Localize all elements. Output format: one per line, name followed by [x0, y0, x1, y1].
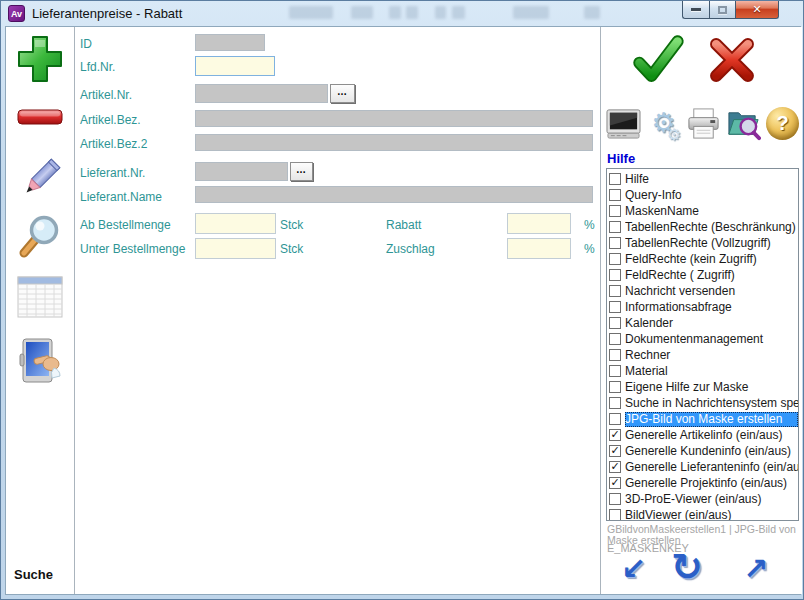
- checkbox[interactable]: ✓: [609, 445, 621, 457]
- lieferantname-field[interactable]: [195, 186, 593, 203]
- help-list-item-label[interactable]: Nachricht versenden: [625, 284, 798, 299]
- help-list-item[interactable]: ✓Generelle Projektinfo (ein/aus): [607, 475, 798, 491]
- table-view-button[interactable]: [16, 274, 64, 320]
- help-list-item-label[interactable]: Eigene Hilfe zur Maske: [625, 380, 798, 395]
- artikelbez2-field[interactable]: [195, 134, 593, 151]
- help-list-item-label[interactable]: Generelle Projektinfo (ein/aus): [625, 476, 798, 491]
- checkbox[interactable]: [609, 189, 621, 201]
- id-field[interactable]: [195, 34, 265, 51]
- artikelnr-browse-button[interactable]: …: [330, 84, 355, 103]
- add-button[interactable]: [16, 33, 64, 87]
- checkbox[interactable]: [609, 397, 621, 409]
- help-list-item-label[interactable]: Hilfe: [625, 172, 798, 187]
- help-list-item[interactable]: Dokumentenmanagement: [607, 331, 798, 347]
- help-list-item[interactable]: FeldRechte ( Zugriff): [607, 267, 798, 283]
- checkbox[interactable]: [609, 349, 621, 361]
- help-list-item-label[interactable]: FeldRechte ( Zugriff): [625, 268, 798, 283]
- ab-bestellmenge-field[interactable]: [195, 213, 276, 234]
- delete-button[interactable]: [16, 105, 64, 129]
- cancel-button[interactable]: [703, 32, 761, 88]
- checkbox[interactable]: [609, 285, 621, 297]
- checkbox[interactable]: [609, 317, 621, 329]
- checkbox[interactable]: [609, 221, 621, 233]
- settings-button[interactable]: ⚙ ⚙: [646, 106, 681, 141]
- help-list-item[interactable]: Nachricht versenden: [607, 283, 798, 299]
- help-list-item-label[interactable]: TabellenRechte (Beschränkung): [625, 220, 798, 235]
- ok-button[interactable]: [629, 32, 687, 88]
- artikelnr-field[interactable]: [195, 84, 328, 103]
- rabatt-field[interactable]: [507, 213, 571, 234]
- checkbox[interactable]: [609, 381, 621, 393]
- help-list-item[interactable]: Kalender: [607, 315, 798, 331]
- help-list-item[interactable]: Eigene Hilfe zur Maske: [607, 379, 798, 395]
- forward-arrow-button[interactable]: ↗: [743, 554, 768, 584]
- checkbox[interactable]: [609, 301, 621, 313]
- help-list-item[interactable]: Informationsabfrage: [607, 299, 798, 315]
- search-button[interactable]: [16, 212, 64, 262]
- checkbox[interactable]: [609, 333, 621, 345]
- help-list-item-label[interactable]: Informationsabfrage: [625, 300, 798, 315]
- checkbox[interactable]: [609, 269, 621, 281]
- close-button[interactable]: ✕: [735, 1, 779, 19]
- checkbox[interactable]: [609, 365, 621, 377]
- help-list-item-label[interactable]: FeldRechte (kein Zugriff): [625, 252, 798, 267]
- help-list-item[interactable]: ✓Generelle Artikelinfo (ein/aus): [607, 427, 798, 443]
- monitor-button[interactable]: [606, 106, 641, 141]
- help-list-item-label[interactable]: Kalender: [625, 316, 798, 331]
- help-list-item[interactable]: TabellenRechte (Beschränkung): [607, 219, 798, 235]
- maximize-button[interactable]: [709, 1, 735, 19]
- help-list-item[interactable]: Hilfe: [607, 171, 798, 187]
- lieferantnr-browse-button[interactable]: …: [290, 162, 313, 181]
- help-list[interactable]: HilfeQuery-InfoMaskenNameTabellenRechte …: [606, 168, 799, 521]
- help-list-item-label[interactable]: Generelle Kundeninfo (ein/aus): [625, 444, 798, 459]
- titlebar[interactable]: Av Lieferantenpreise - Rabatt ✕: [1, 1, 803, 26]
- help-list-item-label[interactable]: BildViewer (ein/aus): [625, 508, 798, 522]
- checkbox[interactable]: [609, 253, 621, 265]
- help-list-item-label[interactable]: Suche in Nachrichtensystem speichern: [625, 396, 798, 411]
- checkbox[interactable]: ✓: [609, 477, 621, 489]
- help-list-item[interactable]: TabellenRechte (Vollzugriff): [607, 235, 798, 251]
- help-list-item-label[interactable]: Generelle Artikelinfo (ein/aus): [625, 428, 798, 443]
- help-list-item[interactable]: Rechner: [607, 347, 798, 363]
- help-list-item-label[interactable]: Generelle Lieferanteninfo (ein/aus): [625, 460, 798, 475]
- zuschlag-field[interactable]: [507, 238, 571, 259]
- search-docs-button[interactable]: [726, 106, 761, 141]
- artikelbez-field[interactable]: [195, 110, 593, 127]
- checkbox[interactable]: [609, 413, 621, 425]
- help-list-item[interactable]: Suche in Nachrichtensystem speichern: [607, 395, 798, 411]
- help-list-item-label[interactable]: Rechner: [625, 348, 798, 363]
- checkbox[interactable]: [609, 509, 621, 521]
- screen-select-button[interactable]: [16, 332, 64, 390]
- checkbox[interactable]: [609, 205, 621, 217]
- edit-button[interactable]: [16, 153, 64, 205]
- help-list-item[interactable]: BildViewer (ein/aus): [607, 507, 798, 521]
- help-list-item[interactable]: JPG-Bild von Maske erstellen: [607, 411, 798, 427]
- help-list-item-label[interactable]: Material: [625, 364, 798, 379]
- help-list-item-label[interactable]: Query-Info: [625, 188, 798, 203]
- checkbox[interactable]: [609, 173, 621, 185]
- help-list-item-label[interactable]: 3D-ProE-Viewer (ein/aus): [625, 492, 798, 507]
- help-list-item[interactable]: FeldRechte (kein Zugriff): [607, 251, 798, 267]
- help-list-item[interactable]: MaskenName: [607, 203, 798, 219]
- refresh-button[interactable]: ↻: [671, 548, 703, 586]
- help-list-item[interactable]: ✓Generelle Lieferanteninfo (ein/aus): [607, 459, 798, 475]
- unter-bestellmenge-field[interactable]: [195, 238, 276, 259]
- lfdnr-field[interactable]: [195, 56, 275, 76]
- help-list-item-label[interactable]: TabellenRechte (Vollzugriff): [625, 236, 798, 251]
- checkbox[interactable]: ✓: [609, 429, 621, 441]
- back-arrow-button[interactable]: ↙: [621, 554, 646, 584]
- help-list-item-label[interactable]: JPG-Bild von Maske erstellen: [625, 412, 798, 427]
- help-list-item[interactable]: Material: [607, 363, 798, 379]
- help-list-item-label[interactable]: Dokumentenmanagement: [625, 332, 798, 347]
- print-button[interactable]: [686, 106, 721, 141]
- help-list-item-label[interactable]: MaskenName: [625, 204, 798, 219]
- help-list-item[interactable]: Query-Info: [607, 187, 798, 203]
- minimize-button[interactable]: [682, 1, 709, 19]
- help-list-item[interactable]: 3D-ProE-Viewer (ein/aus): [607, 491, 798, 507]
- checkbox[interactable]: [609, 493, 621, 505]
- checkbox[interactable]: ✓: [609, 461, 621, 473]
- checkbox[interactable]: [609, 237, 621, 249]
- help-list-item[interactable]: ✓Generelle Kundeninfo (ein/aus): [607, 443, 798, 459]
- lieferantnr-field[interactable]: [195, 162, 288, 181]
- help-button[interactable]: ?: [765, 106, 800, 141]
